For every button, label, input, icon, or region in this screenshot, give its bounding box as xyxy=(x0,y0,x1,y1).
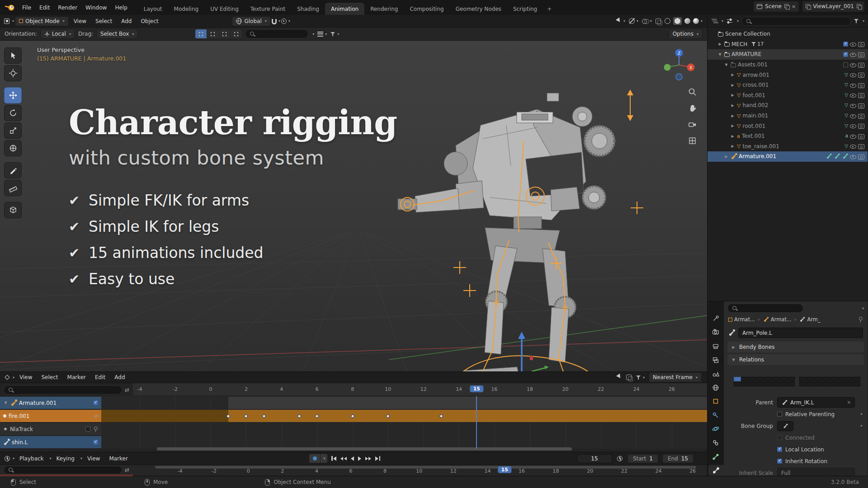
workspace-tab-geometry-nodes[interactable]: Geometry Nodes xyxy=(450,3,507,15)
panel-relations[interactable]: ▼ Relations xyxy=(727,354,864,365)
ruler-tick[interactable]: 4 xyxy=(280,386,283,392)
solo-checkbox[interactable] xyxy=(85,427,90,432)
play-reverse-button[interactable] xyxy=(351,456,354,461)
layer-cell[interactable] xyxy=(772,377,779,381)
layer-cell[interactable] xyxy=(830,377,837,381)
layer-cell[interactable] xyxy=(807,382,814,386)
select-mode-subtract-button[interactable] xyxy=(219,29,230,38)
ruler-tick[interactable]: 14 xyxy=(484,468,491,474)
channel-armature[interactable]: ▼ Armature.001 xyxy=(0,397,101,409)
add-cube-tool[interactable] xyxy=(4,202,22,218)
bone-name-field[interactable]: Arm_Pole.L xyxy=(738,328,863,338)
jump-to-end-button[interactable] xyxy=(375,456,380,461)
workspace-tab-shading[interactable]: Shading xyxy=(291,3,325,15)
layer-cell[interactable] xyxy=(734,382,741,386)
hide-viewport-icon[interactable] xyxy=(850,92,856,98)
outliner-item-armature-collection[interactable]: ▼ ARMATURE xyxy=(708,49,868,60)
ruler-tick[interactable]: 0 xyxy=(247,468,250,474)
ruler-tick[interactable]: 6 xyxy=(316,386,319,392)
viewport-search-input[interactable] xyxy=(245,29,308,38)
layer-cell[interactable] xyxy=(845,382,853,386)
proportional-editing-toggle[interactable]: ▾ xyxy=(281,19,290,24)
collection-checkbox[interactable] xyxy=(843,52,848,57)
annotate-tool[interactable] xyxy=(4,162,22,178)
layer-cell[interactable] xyxy=(799,377,807,381)
expand-icon[interactable]: ▼ xyxy=(724,63,729,67)
frame-start-field[interactable]: Start 1 xyxy=(627,454,658,463)
layer-cell[interactable] xyxy=(788,382,795,386)
hide-viewport-icon[interactable] xyxy=(850,52,856,57)
layer-cell[interactable] xyxy=(838,382,845,386)
hide-viewport-icon[interactable] xyxy=(850,62,856,68)
layer-cell[interactable] xyxy=(815,382,822,386)
expand-icon[interactable]: ▶ xyxy=(730,124,735,128)
disable-render-icon[interactable] xyxy=(858,154,864,160)
shading-wireframe-button[interactable] xyxy=(665,18,670,24)
filter-dropdown[interactable]: ▾ xyxy=(330,32,339,37)
outliner-search-input[interactable] xyxy=(741,17,851,26)
frame-end-field[interactable]: End 15 xyxy=(662,454,693,463)
rotate-tool[interactable] xyxy=(4,105,22,121)
disable-render-icon[interactable] xyxy=(858,133,864,139)
navigation-gizmo[interactable]: Z X xyxy=(662,47,696,81)
breadcrumb-object[interactable]: Armat... xyxy=(728,316,755,323)
properties-search-input[interactable] xyxy=(727,304,803,313)
previous-keyframe-button[interactable] xyxy=(340,457,347,460)
transform-tool[interactable] xyxy=(4,140,22,156)
auto-keying-button[interactable]: ▾ xyxy=(309,454,327,463)
keyframe-diamond[interactable] xyxy=(244,414,248,418)
snap-mode-dropdown[interactable]: Nearest Frame▾ xyxy=(649,372,702,382)
layer-cell[interactable] xyxy=(853,377,860,381)
options-dropdown[interactable]: Options ▾ xyxy=(669,29,703,39)
channel-enable-checkbox[interactable] xyxy=(93,440,98,445)
dopesheet-ruler-ticks[interactable]: -4-202468101214161820222426 xyxy=(0,383,707,396)
menu-window[interactable]: Window xyxy=(81,3,111,12)
new-viewlayer-icon[interactable] xyxy=(857,4,861,9)
dope-sheet-body[interactable]: ⇄ -4-202468101214161820222426 ▼ Armature… xyxy=(0,383,707,452)
outliner-item-mech[interactable]: ▶ MECH 17 xyxy=(708,39,868,50)
collection-checkbox[interactable] xyxy=(843,42,848,47)
layer-cell[interactable] xyxy=(838,377,845,381)
inherit-rotation-checkbox[interactable] xyxy=(777,459,782,464)
ruler-tick[interactable]: 6 xyxy=(349,468,353,474)
timeline-current-frame-badge[interactable]: 15 xyxy=(498,466,511,473)
select-mode-intersect-button[interactable] xyxy=(231,29,242,38)
dopesheet-scrollbar[interactable] xyxy=(157,447,572,450)
ruler-tick[interactable]: 18 xyxy=(527,386,533,392)
gizmos-dropdown[interactable]: ▾ xyxy=(629,18,638,24)
play-button[interactable] xyxy=(358,456,361,461)
expand-icon[interactable]: ▶ xyxy=(730,114,735,118)
ruler-tick[interactable]: 8 xyxy=(351,386,354,392)
menu-keying[interactable]: Keying xyxy=(52,454,79,463)
outliner-item-assets[interactable]: ▼ Assets.001 xyxy=(708,60,868,70)
keyframe-diamond[interactable] xyxy=(315,414,319,418)
pan-hand-icon[interactable] xyxy=(688,104,697,114)
push-down-icon[interactable]: ⇄ xyxy=(94,413,98,418)
menu-select[interactable]: Select xyxy=(38,373,62,382)
breadcrumb-bone[interactable]: Arm_ xyxy=(799,316,820,323)
keyframe-diamond[interactable] xyxy=(226,414,231,418)
hide-viewport-icon[interactable] xyxy=(850,41,856,47)
new-scene-icon[interactable] xyxy=(784,4,789,9)
menu-marker[interactable]: Marker xyxy=(105,454,132,463)
channel-action[interactable]: fire.001 ⇄ xyxy=(0,410,101,422)
ruler-tick[interactable]: 26 xyxy=(689,468,696,474)
tab-object-data[interactable] xyxy=(709,451,722,462)
select-box-tool[interactable] xyxy=(4,47,22,64)
disable-render-icon[interactable] xyxy=(858,103,864,108)
tab-object[interactable] xyxy=(709,396,722,407)
channel-nlatrack[interactable]: ★ NlaTrack xyxy=(0,423,101,435)
selectability-dropdown[interactable]: ▾ xyxy=(617,18,625,24)
layer-cell[interactable] xyxy=(822,377,830,381)
layer-cell[interactable] xyxy=(780,377,787,381)
layer-cell[interactable] xyxy=(780,382,787,386)
ruler-tick[interactable]: 0 xyxy=(209,386,212,392)
disable-render-icon[interactable] xyxy=(858,92,864,98)
hide-viewport-icon[interactable] xyxy=(850,82,856,88)
ruler-tick[interactable]: 8 xyxy=(383,468,387,474)
display-mode-icon[interactable] xyxy=(726,18,733,25)
menu-object[interactable]: Object xyxy=(137,17,162,26)
workspace-tab-layout[interactable]: Layout xyxy=(138,3,168,15)
disable-render-icon[interactable] xyxy=(858,41,864,47)
menu-add[interactable]: Add xyxy=(117,17,136,26)
